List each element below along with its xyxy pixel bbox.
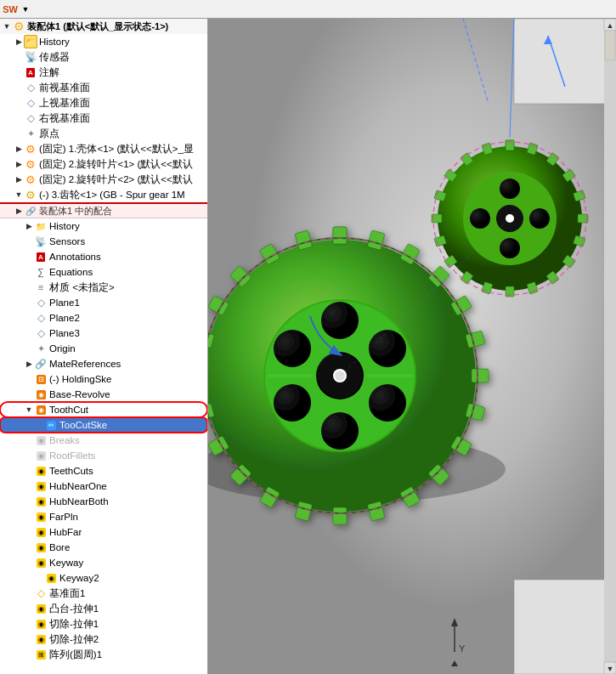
tree-item-annotations2[interactable]: A Annotations (0, 249, 207, 264)
tree-item-equations[interactable]: ∑ Equations (0, 264, 207, 280)
annotation-icon: A (24, 65, 37, 79)
tree-item-part1[interactable]: ▶ ⚙ (固定) 1.壳体<1> (默认<<默认>_显 (0, 141, 207, 156)
tree-item-teethcuts[interactable]: ◉ TeethCuts (0, 463, 207, 479)
expand-icon: ▶ (24, 357, 34, 371)
tree-item-history[interactable]: ▶ 📁 History (0, 34, 207, 49)
svg-point-11 (321, 302, 359, 339)
annotations2-label: Annotations (49, 252, 101, 262)
material-label: 材质 <未指定> (49, 281, 115, 294)
tree-item-baserevolve[interactable]: ◉ Base-Revolve (0, 387, 207, 402)
part4-label: (-) 3.齿轮<1> (GB - Spur gear 1M (39, 189, 185, 201)
tree-item-breaks[interactable]: ◉ Breaks (0, 433, 207, 448)
svg-rect-4 (514, 580, 616, 674)
svg-text:▲: ▲ (607, 21, 614, 30)
hubnearboth-label: HubNearBoth (49, 496, 109, 507)
tree-item-baseplane[interactable]: ◇ 基准面1 (0, 586, 207, 601)
svg-point-12 (369, 330, 406, 367)
3d-viewport[interactable]: Y ▲ ▼ (208, 19, 616, 674)
hubnearone-icon: ◉ (34, 479, 48, 493)
gear-icon: ⚙ (24, 188, 37, 201)
tree-item-part3[interactable]: ▶ ⚙ (固定) 2.旋转叶片<2> (默认<<默认 (0, 172, 207, 187)
tree-item-top-plane[interactable]: ◇ 上视基准面 (0, 95, 207, 110)
breaks-label: Breaks (49, 435, 80, 445)
tree-item-holdingske[interactable]: ⊡ (-) HoldingSke (0, 371, 207, 387)
svg-point-15 (274, 384, 311, 422)
tree-item-plane2[interactable]: ◇ Plane2 (0, 310, 207, 326)
cut1-icon: ◉ (34, 617, 48, 631)
expand-icon (14, 96, 24, 110)
tree-item-plane3[interactable]: ◇ Plane3 (0, 326, 207, 341)
expand-icon (24, 296, 34, 309)
tree-item-annotation[interactable]: A 注解 (0, 65, 207, 80)
cut1-label: 切除-拉伸1 (49, 618, 99, 631)
tree-item-origin2[interactable]: ✦ Origin (0, 341, 207, 356)
folder-icon: 📁 (34, 219, 48, 233)
tree-item-right-plane[interactable]: ◇ 右视基准面 (0, 110, 207, 126)
svg-point-13 (369, 384, 406, 422)
tree-item-pattern[interactable]: ⊞ 阵列(圆周)1 (0, 647, 207, 662)
rootfillets-label: RootFillets (49, 450, 95, 461)
part2-label: (固定) 2.旋转叶片<1> (默认<<默认 (39, 158, 193, 171)
plane1-label: Plane1 (49, 297, 80, 308)
baseplane-label: 基准面1 (49, 587, 85, 600)
tree-item-cut1[interactable]: ◉ 切除-拉伸1 (0, 616, 207, 632)
expand-icon (24, 541, 34, 554)
materef-icon: 🔗 (34, 357, 48, 371)
plane-icon: ◇ (24, 81, 37, 94)
expand-icon (24, 342, 34, 355)
menu-icon[interactable]: ▼ (19, 3, 32, 16)
tree-root[interactable]: ▼ ⚙ 装配体1 (默认<默认_显示状态-1>) (0, 19, 207, 34)
expand-icon (24, 617, 34, 631)
tree-item-material[interactable]: ≡ 材质 <未指定> (0, 280, 207, 295)
svg-rect-41 (604, 19, 616, 674)
top-plane-label: 上视基准面 (39, 97, 90, 110)
sensors-label: 传感器 (39, 51, 70, 64)
breaks-icon: ◉ (34, 433, 48, 447)
tree-item-keyway[interactable]: ◉ Keyway (0, 555, 207, 570)
expand-icon (24, 632, 34, 646)
tree-item-origin[interactable]: ✦ 原点 (0, 126, 207, 141)
tree-item-cut2[interactable]: ◉ 切除-拉伸2 (0, 632, 207, 647)
boss1-icon: ◉ (34, 602, 48, 615)
tree-item-part4[interactable]: ▼ ⚙ (-) 3.齿轮<1> (GB - Spur gear 1M (0, 187, 207, 202)
cut2-label: 切除-拉伸2 (49, 633, 99, 646)
expand-icon (24, 602, 34, 615)
tree-item-sensors2[interactable]: 📡 Sensors (0, 234, 207, 249)
expand-icon (24, 586, 34, 600)
feature-tree-panel: ▼ ⚙ 装配体1 (默认<默认_显示状态-1>) ▶ 📁 History 📡 传… (0, 19, 208, 674)
svg-point-29 (470, 208, 490, 229)
tree-item-boss1[interactable]: ◉ 凸台-拉伸1 (0, 601, 207, 616)
tree-item-farpln[interactable]: ◉ FarPln (0, 509, 207, 524)
tree-item-materefs[interactable]: ▶ 🔗 MateReferences (0, 356, 207, 371)
tree-item-part2[interactable]: ▶ ⚙ (固定) 2.旋转叶片<1> (默认<<默认 (0, 156, 207, 172)
tree-item-history2[interactable]: ▶ 📁 History (0, 218, 207, 234)
tree-item-hubnearboth[interactable]: ◉ HubNearBoth (0, 494, 207, 509)
tree-item-toothcut[interactable]: ▼ ◉ ToothCut (0, 402, 207, 417)
tree-item-plane1[interactable]: ◇ Plane1 (0, 295, 207, 310)
section-header-mates[interactable]: ▶ 🔗 装配体1 中的配合 (0, 204, 207, 218)
right-plane-label: 右视基准面 (39, 112, 90, 125)
expand-icon (24, 326, 34, 340)
tree-item-sensors[interactable]: 📡 传感器 (0, 49, 207, 65)
keyway2-label: Keyway2 (59, 573, 99, 583)
sketch-icon: ✏ (44, 418, 58, 432)
section-label: 装配体1 中的配合 (39, 205, 112, 218)
tree-item-toocutske[interactable]: ✏ TooCutSke (0, 417, 207, 433)
tree-item-hubfar[interactable]: ◉ HubFar (0, 524, 207, 540)
mates-icon: 🔗 (24, 204, 37, 218)
hubnearboth-icon: ◉ (34, 495, 48, 508)
toothcut-icon: ◉ (34, 403, 48, 416)
tree-item-keyway2[interactable]: ◉ Keyway2 (0, 570, 207, 586)
expand-icon (24, 388, 34, 401)
tree-item-hubnearone[interactable]: ◉ HubNearOne (0, 479, 207, 494)
expand-icon (24, 479, 34, 493)
tree-item-bore[interactable]: ◉ Bore (0, 540, 207, 555)
expand-icon (24, 556, 34, 569)
gear-scene: Y ▲ ▼ (208, 19, 616, 674)
bore-icon: ◉ (34, 541, 48, 554)
expand-icon (24, 525, 34, 539)
tree-item-rootfillets[interactable]: ◉ RootFillets (0, 448, 207, 463)
baseplane-icon: ◇ (34, 586, 48, 600)
baserevolve-label: Base-Revolve (49, 389, 110, 399)
tree-item-front-plane[interactable]: ◇ 前视基准面 (0, 80, 207, 95)
